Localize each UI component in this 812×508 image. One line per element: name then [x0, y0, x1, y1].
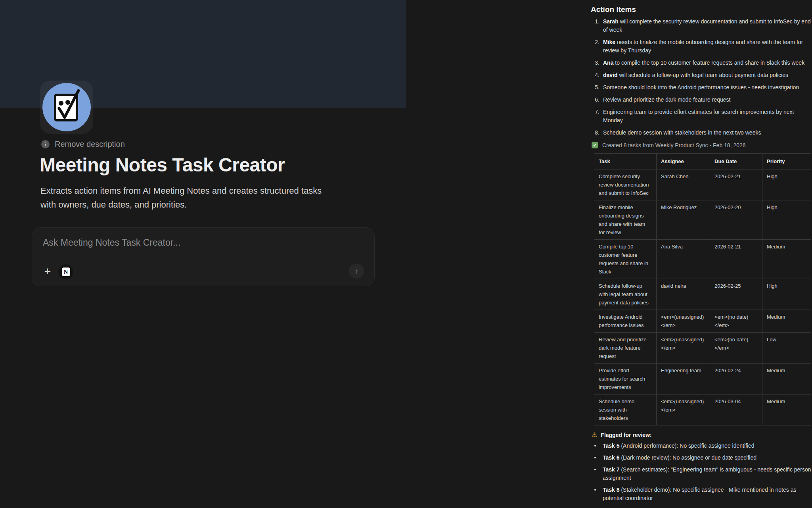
table-cell: 2026-02-25 — [710, 279, 762, 310]
table-cell: 2026-02-24 — [710, 364, 762, 394]
flagged-item-text: Task 6 (Dark mode review): No assignee o… — [603, 454, 756, 462]
item-text: Mike needs to finalize the mobile onboar… — [603, 38, 811, 55]
item-text: Someone should look into the Android per… — [603, 83, 799, 92]
table-row: Schedule demo session with stakeholders<… — [594, 394, 811, 425]
agent-output-panel: Action Items 1.Sarah will complete the s… — [591, 5, 811, 506]
warning-icon: ⚠ — [592, 431, 597, 439]
table-row: Finalize mobile onboarding designs and s… — [594, 200, 811, 240]
description-line: Extracts action items from AI Meeting No… — [40, 184, 366, 198]
column-header: Due Date — [710, 154, 762, 169]
table-cell: Mike Rodriguez — [657, 200, 710, 240]
table-cell: Low — [762, 333, 811, 364]
table-row: Schedule follow-up with legal team about… — [594, 279, 811, 310]
status-text: Created 8 tasks from Weekly Product Sync… — [602, 142, 746, 148]
notion-source-button[interactable]: N — [58, 264, 73, 279]
tasks-table-body: Complete security review documentation a… — [594, 169, 811, 425]
item-text: Schedule demo session with stakeholders … — [603, 129, 761, 137]
tasks-table: TaskAssigneeDue DatePriority Complete se… — [594, 153, 811, 425]
item-number: 2. — [591, 38, 599, 55]
table-cell: Compile top 10 customer feature requests… — [594, 240, 657, 279]
flagged-heading-label: Flagged for review: — [601, 432, 651, 438]
table-cell: <em>(no date)</em> — [710, 333, 762, 364]
table-row: Compile top 10 customer feature requests… — [594, 240, 811, 279]
bullet-icon: • — [591, 454, 599, 462]
table-cell: <em>(unassigned)</em> — [657, 310, 710, 333]
item-text: Sarah will complete the security review … — [603, 17, 811, 34]
flagged-item-text: Task 8 (Stakeholder demo): No specific a… — [603, 486, 811, 502]
flagged-item: •Task 7 (Search estimates): "Engineering… — [591, 466, 811, 482]
table-row: Complete security review documentation a… — [594, 169, 811, 200]
green-check-icon: ✓ — [592, 142, 598, 148]
action-item: 3.Ana to compile the top 10 customer fea… — [591, 59, 811, 67]
composer[interactable]: Ask Meeting Notes Task Creator... + N ↑ — [32, 227, 375, 286]
remove-description-label: Remove description — [55, 140, 125, 149]
table-cell: High — [762, 279, 811, 310]
remove-description-button[interactable]: i Remove description — [41, 140, 125, 149]
page-icon-button[interactable] — [40, 81, 93, 134]
checklist-check-icon — [42, 82, 92, 132]
info-icon: i — [41, 140, 50, 148]
table-cell: Schedule follow-up with legal team about… — [594, 279, 657, 310]
flagged-item-text: Task 7 (Search estimates): "Engineering … — [603, 466, 811, 482]
flagged-item: •Task 8 (Stakeholder demo): No specific … — [591, 486, 811, 502]
table-cell: High — [762, 169, 811, 200]
action-items-heading: Action Items — [591, 5, 811, 14]
item-number: 1. — [591, 17, 599, 34]
table-cell: Medium — [762, 240, 811, 279]
table-cell: Provide effort estimates for search impr… — [594, 364, 657, 394]
column-header: Priority — [762, 154, 811, 169]
table-row: Provide effort estimates for search impr… — [594, 364, 811, 394]
table-cell: Complete security review documentation a… — [594, 169, 657, 200]
table-row: Review and prioritize dark mode feature … — [594, 333, 811, 364]
table-cell: Sarah Chen — [657, 169, 710, 200]
item-number: 7. — [591, 108, 599, 125]
table-cell: Medium — [762, 394, 811, 425]
flagged-heading: ⚠ Flagged for review: — [592, 431, 811, 439]
flagged-item: •Task 6 (Dark mode review): No assignee … — [591, 454, 811, 462]
table-cell: Schedule demo session with stakeholders — [594, 394, 657, 425]
table-cell: david neira — [657, 279, 710, 310]
item-number: 3. — [591, 59, 599, 67]
action-item: 4.david will schedule a follow-up with l… — [591, 71, 811, 79]
flagged-list: •Task 5 (Android performance): No specif… — [591, 442, 811, 502]
flagged-item: •Task 5 (Android performance): No specif… — [591, 442, 811, 450]
attach-button[interactable]: + — [41, 265, 54, 278]
item-number: 6. — [591, 96, 599, 104]
bullet-icon: • — [591, 486, 599, 502]
item-number: 8. — [591, 129, 599, 137]
action-items-list: 1.Sarah will complete the security revie… — [591, 17, 811, 137]
send-button[interactable]: ↑ — [349, 264, 364, 279]
ask-input[interactable]: Ask Meeting Notes Task Creator... — [43, 237, 180, 248]
table-cell: <em>(unassigned)</em> — [657, 333, 710, 364]
table-row: Investigate Android performance issues<e… — [594, 310, 811, 333]
table-cell: Investigate Android performance issues — [594, 310, 657, 333]
arrow-up-icon: ↑ — [354, 267, 358, 276]
item-text: Engineering team to provide effort estim… — [603, 108, 811, 125]
description-line: with owners, due dates, and priorities. — [40, 198, 366, 212]
table-cell: 2026-03-04 — [710, 394, 762, 425]
notion-icon: N — [61, 267, 71, 277]
action-item: 2.Mike needs to finalize the mobile onbo… — [591, 38, 811, 55]
flagged-item-text: Task 5 (Android performance): No specifi… — [603, 442, 755, 450]
table-cell: 2026-02-21 — [710, 169, 762, 200]
table-cell: High — [762, 200, 811, 240]
action-item: 5.Someone should look into the Android p… — [591, 83, 811, 92]
table-cell: Medium — [762, 310, 811, 333]
table-cell: Ana Silva — [657, 240, 710, 279]
table-cell: 2026-02-21 — [710, 240, 762, 279]
table-cell: <em>(unassigned)</em> — [657, 394, 710, 425]
item-text: Review and prioritize the dark mode feat… — [603, 96, 730, 104]
status-line: ✓ Created 8 tasks from Weekly Product Sy… — [592, 142, 811, 148]
bullet-icon: • — [591, 466, 599, 482]
table-cell: 2026-02-20 — [710, 200, 762, 240]
plus-icon: + — [44, 265, 51, 278]
table-cell: Review and prioritize dark mode feature … — [594, 333, 657, 364]
item-number: 5. — [591, 83, 599, 92]
item-text: david will schedule a follow-up with leg… — [603, 71, 788, 79]
table-cell: Medium — [762, 364, 811, 394]
page-description[interactable]: Extracts action items from AI Meeting No… — [40, 184, 366, 212]
bullet-icon: • — [591, 442, 599, 450]
page-title[interactable]: Meeting Notes Task Creator — [40, 154, 285, 176]
action-item: 6.Review and prioritize the dark mode fe… — [591, 96, 811, 104]
column-header: Assignee — [657, 154, 710, 169]
